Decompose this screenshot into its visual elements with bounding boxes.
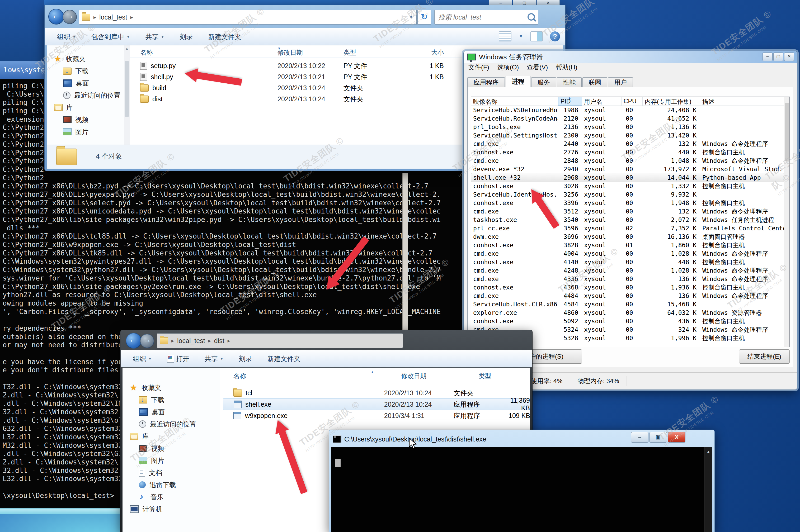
menu-item[interactable]: 帮助(H) bbox=[556, 63, 577, 72]
breadcrumb[interactable]: local_test bbox=[79, 10, 409, 24]
process-row[interactable]: cmd.exe 4004 xysoul 00 1,028 K Windows 命… bbox=[471, 249, 784, 258]
process-row[interactable]: cmd.exe 4248 xysoul 00 1,028 K Windows 命… bbox=[471, 266, 784, 275]
tab[interactable]: 性能 bbox=[557, 77, 582, 87]
menu-item[interactable]: 选项(O) bbox=[497, 63, 519, 72]
process-row[interactable]: conhost.exe 3828 xysoul 01 1,860 K 控制台窗口… bbox=[471, 241, 784, 249]
process-table-scrollbar[interactable] bbox=[784, 97, 789, 347]
column-header-date[interactable]: 修改日期 bbox=[401, 372, 479, 380]
scroll-up-icon[interactable]: ▲ bbox=[124, 46, 130, 51]
process-row[interactable]: conhost.exe 3028 xysoul 00 1,332 K 控制台窗口… bbox=[471, 182, 784, 190]
process-row[interactable]: cmd.exe 2440 xysoul 00 132 K Windows 命令处… bbox=[471, 139, 784, 148]
menu-item[interactable]: 文件(F) bbox=[468, 63, 489, 72]
views-chevron-icon[interactable]: ▼ bbox=[519, 34, 523, 39]
process-row[interactable]: conhost.exe 4368 xysoul 00 1,936 K 控制台窗口… bbox=[471, 283, 784, 291]
sidebar-item[interactable]: 下载 bbox=[47, 65, 124, 77]
column-header-type[interactable]: 类型 bbox=[479, 372, 530, 380]
toolbar-item[interactable]: 打开▼ bbox=[167, 355, 189, 363]
breadcrumb-segment[interactable]: local_test bbox=[168, 337, 205, 345]
process-row[interactable]: ServiceHub.SettingsHost.... 2300 xysoul … bbox=[471, 131, 784, 139]
process-row[interactable]: conhost.exe 5092 xysoul 00 436 K 控制台窗口主机 bbox=[471, 317, 784, 325]
sidebar-item[interactable]: 库 bbox=[123, 430, 220, 442]
views-icon[interactable] bbox=[499, 32, 511, 41]
process-row[interactable]: ServiceHub.Host.CLR.x86.... 4584 xysoul … bbox=[471, 300, 784, 308]
toolbar-item[interactable]: 刻录▼ bbox=[239, 355, 252, 363]
column-header-pid[interactable]: PID bbox=[558, 97, 582, 106]
maximize-button[interactable]: ▢ bbox=[773, 53, 783, 61]
column-header-name[interactable]: 名称 bbox=[130, 48, 278, 57]
process-row[interactable]: cmd.exe 4336 xysoul 00 136 K Windows 命令处… bbox=[471, 275, 784, 283]
sidebar-item[interactable]: 桌面 bbox=[47, 77, 124, 89]
toolbar-item[interactable]: 组织▼ bbox=[133, 355, 152, 363]
sidebar-item[interactable]: 迅雷下载 bbox=[123, 479, 220, 491]
process-row[interactable]: ServiceHub.VSDetouredHos... 1988 xysoul … bbox=[471, 106, 784, 114]
refresh-button[interactable]: ↻ bbox=[417, 10, 431, 24]
column-header-date[interactable]: 修改日期 bbox=[278, 48, 343, 57]
toolbar-item[interactable]: 共享▼ bbox=[146, 33, 165, 41]
process-row[interactable]: shell.exe *32 2968 xysoul 00 14,044 K Py… bbox=[471, 173, 784, 182]
sidebar-item[interactable]: 音乐 bbox=[123, 491, 220, 503]
process-row[interactable]: dwm.exe 3696 xysoul 00 16,136 K 桌面窗口管理器 bbox=[471, 232, 784, 241]
tab[interactable]: 联网 bbox=[582, 77, 607, 87]
process-row[interactable]: cmd.exe 3512 xysoul 00 132 K Windows 命令处… bbox=[471, 207, 784, 215]
back-button[interactable] bbox=[126, 333, 142, 348]
sidebar-item[interactable]: 桌面 bbox=[123, 406, 220, 418]
sidebar-item[interactable]: 图片 bbox=[47, 126, 124, 138]
sidebar-item[interactable]: 库 bbox=[47, 101, 124, 113]
toolbar-item[interactable]: 包含到库中▼ bbox=[91, 33, 130, 41]
sidebar-item[interactable]: 下载 bbox=[123, 394, 220, 406]
search-input[interactable] bbox=[438, 11, 525, 23]
column-header-image-name[interactable]: 映像名称 bbox=[471, 97, 558, 106]
end-process-button[interactable]: 结束进程(E) bbox=[739, 349, 790, 364]
process-row[interactable]: conhost.exe 3396 xysoul 00 1,948 K 控制台窗口… bbox=[471, 199, 784, 207]
task-manager-titlebar[interactable]: Windows 任务管理器 bbox=[464, 51, 797, 63]
sidebar-item[interactable]: 图片 bbox=[123, 454, 220, 467]
maximize-button[interactable]: ▣ bbox=[650, 432, 667, 442]
toolbar-item[interactable]: 组织▼ bbox=[57, 33, 76, 41]
column-header-name[interactable]: 名称 bbox=[223, 372, 401, 380]
sidebar-item[interactable]: 视频 bbox=[47, 113, 124, 126]
column-header-type[interactable]: 类型 bbox=[343, 48, 407, 57]
minimize-button[interactable]: – bbox=[763, 53, 773, 61]
process-row[interactable]: ServiceHub.IdentityHos... 3256 xysoul 00… bbox=[471, 190, 784, 199]
process-row[interactable]: prl_tools.exe 2136 xysoul 00 1,136 K bbox=[471, 123, 784, 131]
console-titlebar[interactable]: C:\Users\xysoul\Desktop\local_test\dist\… bbox=[333, 433, 627, 446]
file-row[interactable]: w9xpopen.exe 2019/3/4 1:31 应用程序 109 KB bbox=[223, 410, 530, 421]
column-header-memory[interactable]: 内存(专用工作集) bbox=[643, 97, 700, 106]
scroll-up-icon[interactable]: ▲ bbox=[704, 450, 712, 454]
process-row[interactable]: cmd.exe 2848 xysoul 00 1,048 K Windows 命… bbox=[471, 156, 784, 165]
back-button[interactable] bbox=[48, 9, 64, 24]
process-row[interactable]: cmd.exe 4484 xysoul 00 136 K Windows 命令处… bbox=[471, 291, 784, 300]
preview-pane-icon[interactable] bbox=[531, 32, 543, 41]
forward-button[interactable] bbox=[62, 10, 77, 24]
forward-button[interactable] bbox=[140, 334, 154, 348]
process-row[interactable]: explorer.exe 4860 xysoul 00 64,032 K Win… bbox=[471, 308, 784, 317]
minimize-button[interactable]: – bbox=[631, 432, 648, 442]
sort-ascending-icon[interactable]: ▲ bbox=[371, 370, 374, 374]
scrollbar-thumb[interactable] bbox=[785, 103, 789, 161]
toolbar-item[interactable]: 共享▼ bbox=[205, 355, 224, 363]
sidebar-item[interactable]: 最近访问的位置 bbox=[123, 418, 220, 430]
process-row[interactable]: conhost.exe 2776 xysoul 00 440 K 控制台窗口主机 bbox=[471, 148, 784, 156]
process-row[interactable]: ServiceHub.RoslynCodeAna... 2120 xysoul … bbox=[471, 114, 784, 123]
sidebar-item[interactable]: 收藏夹 bbox=[123, 382, 220, 394]
close-button[interactable]: ✕ bbox=[784, 53, 794, 61]
tab[interactable]: 应用程序 bbox=[467, 77, 505, 87]
process-row[interactable]: conhost.exe 4140 xysoul 00 448 K 控制台窗口主机 bbox=[471, 258, 784, 266]
file-row[interactable]: tcl 2020/2/13 10:24 文件夹 bbox=[223, 387, 530, 398]
sidebar-item[interactable]: 文档 bbox=[123, 467, 220, 479]
sidebar-item[interactable]: 最近访问的位置 bbox=[47, 89, 124, 101]
close-button[interactable]: X bbox=[668, 432, 685, 442]
sidebar-item[interactable]: 计算机 bbox=[123, 503, 220, 515]
breadcrumb[interactable]: local_testdist bbox=[157, 333, 403, 348]
toolbar-item[interactable]: 新建文件夹▼ bbox=[267, 355, 300, 363]
file-row[interactable]: shell.exe 2020/2/13 10:24 应用程序 11,369 KB bbox=[223, 398, 530, 410]
console-scrollbar[interactable]: ▲ bbox=[704, 447, 712, 532]
process-row[interactable]: taskhost.exe 3540 xysoul 00 2,072 K Wind… bbox=[471, 215, 784, 224]
tab[interactable]: 服务 bbox=[531, 77, 556, 87]
column-header-cpu[interactable]: CPU bbox=[621, 97, 643, 106]
process-row[interactable]: prl_cc.exe 3596 xysoul 02 7,352 K Parall… bbox=[471, 224, 784, 232]
breadcrumb-segment[interactable]: local_test bbox=[90, 14, 127, 21]
process-row[interactable]: devenv.exe *32 2940 xysoul 00 173,972 K … bbox=[471, 165, 784, 173]
column-header-size[interactable]: 大小 bbox=[407, 48, 444, 57]
menu-item[interactable]: 查看(V) bbox=[527, 63, 548, 72]
